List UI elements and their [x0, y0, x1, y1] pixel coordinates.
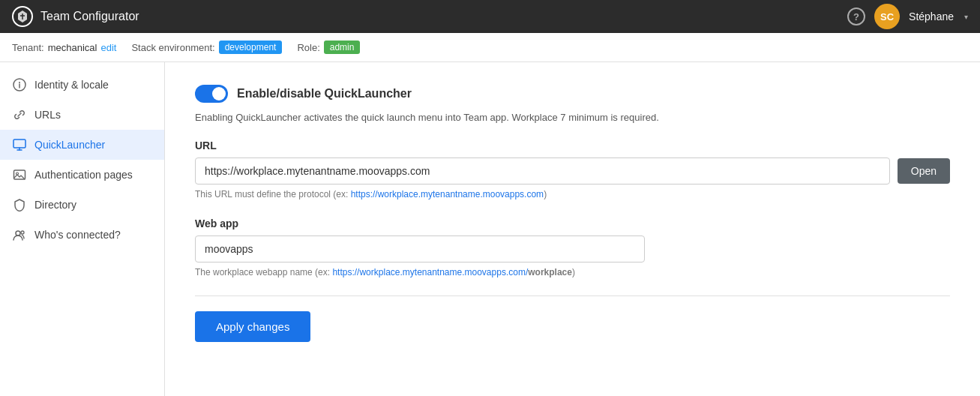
webapp-hint-bold: workplace — [528, 267, 572, 278]
sidebar-item-quicklauncher[interactable]: QuickLauncher — [0, 130, 164, 160]
navbar-left: Team Configurator — [12, 6, 139, 27]
subheader: Tenant: mechanical edit Stack environmen… — [0, 33, 980, 62]
webapp-input[interactable] — [195, 236, 645, 262]
toggle-label: Enable/disable QuickLauncher — [237, 87, 412, 100]
edit-link[interactable]: edit — [100, 42, 116, 53]
role-badge: admin — [324, 40, 361, 54]
svg-point-10 — [21, 231, 24, 234]
help-button[interactable]: ? — [847, 8, 865, 26]
shield-icon — [12, 197, 27, 212]
webapp-section: Web app The workplace webapp name (ex: h… — [195, 218, 950, 278]
description-text: Enabling QuickLauncher activates the qui… — [195, 112, 950, 123]
avatar: SC — [874, 4, 900, 29]
chevron-down-icon: ▾ — [964, 13, 968, 21]
navbar: Team Configurator ? SC Stéphane ▾ — [0, 0, 980, 33]
stack-badge: development — [219, 40, 283, 54]
stack-item: Stack environment: development — [131, 40, 282, 54]
toggle-knob — [212, 87, 226, 100]
role-item: Role: admin — [297, 40, 360, 54]
url-hint-end: ) — [544, 189, 547, 200]
image-icon — [12, 167, 27, 182]
sidebar-item-auth[interactable]: Authentication pages — [0, 160, 164, 190]
webapp-label: Web app — [195, 218, 950, 230]
url-hint-link[interactable]: https://workplace.mytenantname.moovapps.… — [351, 189, 544, 200]
url-label: URL — [195, 140, 950, 152]
toggle-row: Enable/disable QuickLauncher — [195, 85, 950, 103]
sidebar-label-urls: URLs — [34, 109, 61, 121]
quicklauncher-toggle[interactable] — [195, 85, 228, 103]
main-content: Enable/disable QuickLauncher Enabling Qu… — [165, 62, 980, 396]
url-hint-static: This URL must define the protocol (ex: — [195, 189, 351, 200]
url-input[interactable] — [195, 158, 890, 184]
svg-point-9 — [16, 231, 20, 236]
webapp-hint-end: ) — [572, 267, 575, 278]
divider — [195, 296, 950, 296]
sidebar: Identity & locale URLs QuickLauncher — [0, 62, 165, 396]
sidebar-label-auth: Authentication pages — [34, 169, 133, 181]
open-button[interactable]: Open — [898, 158, 950, 184]
apply-changes-button[interactable]: Apply changes — [195, 311, 310, 342]
sidebar-item-identity[interactable]: Identity & locale — [0, 70, 164, 100]
svg-rect-4 — [13, 140, 25, 148]
webapp-hint-link[interactable]: https://workplace.mytenantname.moovapps.… — [332, 267, 528, 278]
link-icon — [12, 107, 27, 122]
sidebar-item-urls[interactable]: URLs — [0, 100, 164, 130]
sidebar-label-identity: Identity & locale — [34, 79, 109, 91]
app-title: Team Configurator — [40, 10, 139, 23]
navbar-right: ? SC Stéphane ▾ — [847, 4, 968, 29]
info-icon — [12, 77, 27, 92]
description-static: Enabling QuickLauncher activates the qui… — [195, 112, 659, 123]
user-name: Stéphane — [909, 10, 954, 22]
url-input-row: Open — [195, 158, 950, 184]
sidebar-label-whos-connected: Who's connected? — [34, 229, 121, 241]
sidebar-item-whos-connected[interactable]: Who's connected? — [0, 220, 164, 250]
url-hint: This URL must define the protocol (ex: h… — [195, 189, 950, 200]
svg-point-3 — [19, 82, 20, 83]
webapp-hint: The workplace webapp name (ex: https://w… — [195, 267, 950, 278]
layout: Identity & locale URLs QuickLauncher — [0, 62, 980, 396]
tenant-value: mechanical — [48, 42, 97, 53]
sidebar-label-directory: Directory — [34, 199, 76, 211]
url-section: URL Open This URL must define the protoc… — [195, 140, 950, 200]
users-icon — [12, 227, 27, 242]
team-logo-icon — [12, 6, 33, 27]
tenant-label: Tenant: — [12, 42, 44, 53]
tenant-item: Tenant: mechanical edit — [12, 42, 116, 53]
stack-label: Stack environment: — [131, 42, 214, 53]
webapp-hint-static: The workplace webapp name (ex: — [195, 267, 332, 278]
monitor-icon — [12, 137, 27, 152]
sidebar-label-quicklauncher: QuickLauncher — [34, 139, 105, 151]
sidebar-item-directory[interactable]: Directory — [0, 190, 164, 220]
role-label: Role: — [297, 42, 319, 53]
